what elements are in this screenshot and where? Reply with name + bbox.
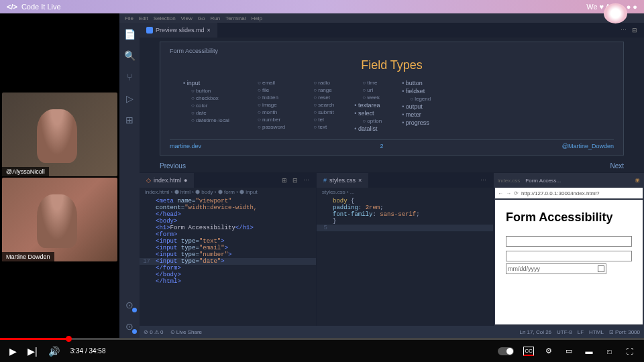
account-icon[interactable]: ⊙ bbox=[123, 320, 136, 333]
status-liveshare[interactable]: ⊙ Live Share bbox=[170, 329, 202, 335]
close-icon[interactable]: × bbox=[358, 177, 362, 184]
status-port[interactable]: ⊡ Port: 3000 bbox=[609, 329, 640, 335]
html-breadcrumb[interactable]: index.html › ⬢ html › ⬢ body › ⬢ form › … bbox=[140, 188, 316, 196]
calendar-icon[interactable] bbox=[598, 265, 604, 272]
files-icon[interactable]: 📄 bbox=[123, 28, 136, 40]
menu-bar: File Edit Selection View Go Run Terminal… bbox=[119, 13, 644, 23]
status-bar: ⊘ 0 ⚠ 0 ⊙ Live Share Ln 17, Col 26 UTF-8… bbox=[140, 326, 644, 338]
search-icon[interactable]: 🔍 bbox=[123, 50, 136, 62]
back-icon[interactable]: ← bbox=[498, 190, 503, 196]
status-encoding[interactable]: UTF-8 bbox=[557, 329, 572, 335]
webcam-1: @AlyssaNicoll bbox=[2, 93, 117, 176]
webcam-column: @AlyssaNicoll Martine Dowden bbox=[0, 13, 119, 338]
slide-title: Field Types bbox=[170, 58, 614, 72]
menu-selection[interactable]: Selection bbox=[154, 15, 176, 21]
date-input[interactable]: mm/dd/yyyy bbox=[506, 263, 606, 274]
css-breadcrumb[interactable]: styles.css › ... bbox=[317, 188, 493, 196]
menu-terminal[interactable]: Terminal bbox=[225, 15, 246, 21]
status-cursor[interactable]: Ln 17, Col 26 bbox=[519, 329, 551, 335]
browser-tab-2[interactable]: Form Access... bbox=[525, 178, 561, 184]
menu-edit[interactable]: Edit bbox=[139, 15, 148, 21]
prev-link[interactable]: Previous bbox=[160, 162, 186, 170]
slide-footer-page: 2 bbox=[380, 143, 383, 149]
captions-button[interactable]: CC bbox=[523, 347, 534, 356]
email-input[interactable] bbox=[506, 251, 632, 261]
css-icon: # bbox=[323, 177, 327, 184]
webcam-2: Martine Dowden bbox=[2, 178, 117, 261]
next-link[interactable]: Next bbox=[610, 162, 624, 170]
menu-run[interactable]: Run bbox=[210, 15, 220, 21]
status-lang[interactable]: HTML bbox=[589, 329, 604, 335]
field-types-list: input button checkbox color date datetim… bbox=[170, 79, 614, 133]
css-code[interactable]: body { padding: 2rem; font-family: sans-… bbox=[317, 196, 493, 326]
menu-view[interactable]: View bbox=[181, 15, 193, 21]
url-text[interactable]: http://127.0.0.1:3000/index.html? bbox=[521, 190, 600, 196]
autoplay-toggle[interactable] bbox=[498, 347, 514, 355]
play-button[interactable]: ▶ bbox=[9, 346, 17, 357]
reload-icon[interactable]: ⟳ bbox=[514, 190, 519, 196]
debug-icon[interactable]: ▷ bbox=[123, 93, 136, 105]
next-button[interactable]: ▶| bbox=[28, 346, 38, 357]
close-icon[interactable]: × bbox=[207, 27, 211, 34]
brand-text: Code It Live bbox=[21, 3, 61, 11]
preview-tab[interactable]: Preview slides.md × bbox=[140, 23, 217, 38]
theater-icon[interactable]: ▬ bbox=[584, 347, 594, 356]
heart-decoration bbox=[604, 3, 627, 23]
split-icon[interactable]: ⊟ bbox=[632, 27, 637, 34]
code-pane-css: # styles.css × ⋯ styles.css › ... body {… bbox=[317, 173, 494, 326]
status-errors[interactable]: ⊘ 0 ⚠ 0 bbox=[144, 329, 164, 335]
editor-area: File Edit Selection View Go Run Terminal… bbox=[119, 13, 644, 338]
header-dots: ● ● bbox=[627, 3, 637, 11]
activity-bar: 📄 🔍 ⑂ ▷ ⊞ ⊙ ⊙ bbox=[119, 23, 140, 338]
source-control-icon[interactable]: ⑂ bbox=[123, 71, 136, 83]
webcam-1-label: @AlyssaNicoll bbox=[2, 167, 49, 176]
rendered-page: Form Accessibility mm/dd/yyyy bbox=[495, 200, 643, 324]
html-icon: ◇ bbox=[146, 177, 151, 184]
menu-help[interactable]: Help bbox=[251, 15, 262, 21]
status-eol[interactable]: LF bbox=[578, 329, 584, 335]
slide-footer-right[interactable]: @Martine_Dowden bbox=[562, 143, 614, 149]
miniplayer-icon[interactable]: ▭ bbox=[564, 347, 574, 356]
url-bar: ← → ⟳ http://127.0.0.1:3000/index.html? bbox=[495, 188, 643, 198]
slide-panel: Form Accessibility Field Types input but… bbox=[160, 42, 624, 156]
devtools-icon[interactable]: ⊞ bbox=[635, 178, 640, 184]
text-input[interactable] bbox=[506, 236, 632, 247]
browser-preview: index.css Form Access... ⊞ ← → ⟳ http://… bbox=[494, 173, 644, 326]
more-icon[interactable]: ⋯ bbox=[303, 177, 309, 184]
extensions-icon[interactable]: ⊞ bbox=[123, 114, 136, 126]
menu-file[interactable]: File bbox=[125, 15, 133, 21]
slide-breadcrumb: Form Accessibility bbox=[170, 48, 614, 54]
browser-tab-1[interactable]: index.css bbox=[498, 178, 520, 184]
remote-icon[interactable]: ⊙ bbox=[123, 299, 136, 311]
split-icon[interactable]: ⊟ bbox=[292, 177, 298, 184]
webcam-2-label: Martine Dowden bbox=[2, 252, 54, 261]
forward-icon[interactable]: → bbox=[506, 190, 511, 196]
html-code[interactable]: <meta name="viewport" content="width=dev… bbox=[140, 196, 316, 326]
markdown-icon bbox=[146, 27, 153, 34]
progress-handle[interactable] bbox=[66, 336, 72, 342]
settings-icon[interactable]: ⚙ bbox=[543, 347, 554, 356]
progress-bar[interactable] bbox=[0, 338, 644, 340]
page-heading: Form Accessibility bbox=[506, 210, 632, 225]
styles-css-tab[interactable]: # styles.css × bbox=[317, 173, 368, 188]
slide-footer-left[interactable]: martine.dev bbox=[170, 143, 201, 149]
cast-icon[interactable]: ⏍ bbox=[604, 347, 614, 356]
layout-icon[interactable]: ⊞ bbox=[282, 177, 287, 184]
more-icon[interactable]: ⋯ bbox=[621, 27, 627, 34]
menu-go[interactable]: Go bbox=[198, 15, 205, 21]
volume-button[interactable]: 🔊 bbox=[48, 346, 60, 357]
fullscreen-icon[interactable]: ⛶ bbox=[624, 347, 635, 356]
main-tab-bar: Preview slides.md × ⋯ ⊟ bbox=[140, 23, 644, 38]
stream-header: </> Code It Live We ♥ A11y ● ● bbox=[0, 0, 644, 13]
video-player-controls: ▶ ▶| 🔊 3:34 / 34:58 CC ⚙ ▭ ▬ ⏍ ⛶ bbox=[0, 338, 644, 362]
index-html-tab[interactable]: ◇ index.html ● bbox=[140, 173, 194, 188]
preview-tab-label: Preview slides.md bbox=[156, 27, 205, 34]
time-display: 3:34 / 34:58 bbox=[70, 347, 106, 355]
brand-icon: </> bbox=[7, 3, 17, 11]
more-icon[interactable]: ⋯ bbox=[480, 177, 486, 184]
code-pane-html: ◇ index.html ● ⊞ ⊟ ⋯ index.html › ⬢ html… bbox=[140, 173, 317, 326]
modified-dot: ● bbox=[184, 177, 187, 184]
